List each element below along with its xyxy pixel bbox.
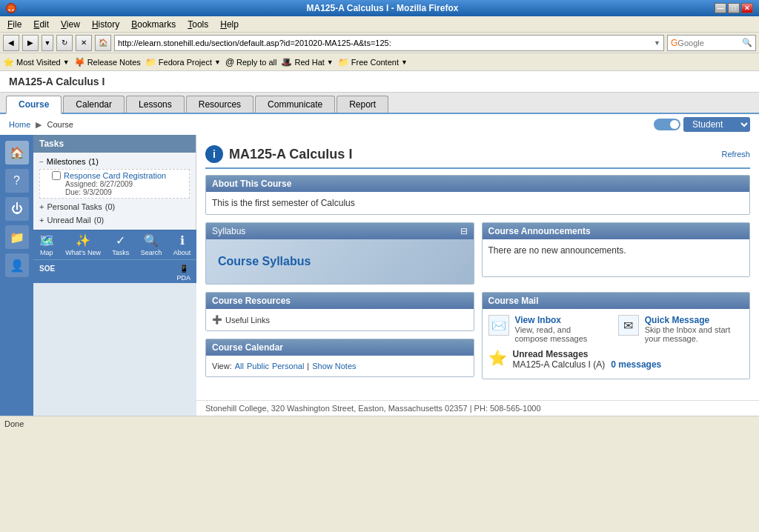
bookmark-red-hat[interactable]: 🎩 Red Hat ▼ [281,57,333,67]
student-dropdown[interactable]: Student [683,117,750,132]
task-link-response-card[interactable]: Response Card Registration [64,171,166,180]
reply-all-icon: @ [225,57,234,67]
map-button[interactable]: 🗺️ Map [39,233,54,256]
left-sidebar: 🏠 ? ⏻ 📁 👤 [0,135,33,416]
milestones-section: − Milestones (1) Response Card Registrat… [33,153,196,230]
soe-button[interactable]: SOE [39,262,55,282]
useful-links-item[interactable]: ➕ Useful Links [212,315,468,325]
red-hat-label: Red Hat [294,58,324,67]
search-input[interactable] [677,39,742,47]
milestones-toggle[interactable]: − [39,158,44,166]
tab-report[interactable]: Report [337,96,388,113]
menu-edit[interactable]: Edit [29,18,53,31]
map-icon: 🗺️ [39,233,54,247]
about-button[interactable]: ℹ About [173,233,191,256]
two-col-bottom: Course Resources ➕ Useful Links Course [205,292,750,387]
tasks-button[interactable]: ✓ Tasks [112,233,129,256]
soe-label: SOE [39,265,55,273]
sidebar-home-icon[interactable]: 🏠 [5,141,29,164]
task-label[interactable]: Response Card Registration [52,171,186,180]
refresh-link[interactable]: Refresh [721,150,750,159]
search-bottom-button[interactable]: 🔍 Search [141,233,162,256]
toggle-circle [670,120,679,129]
forward-button[interactable]: ▶ [22,35,39,51]
most-visited-arrow: ▼ [63,59,70,66]
search-bottom-label: Search [141,249,162,256]
close-button[interactable]: ✕ [741,3,753,13]
back-button[interactable]: ◀ [3,35,19,51]
breadcrumb: Home ▶ Course [9,120,73,130]
personal-tasks-section[interactable]: + Personal Tasks (0) [39,200,190,213]
about-header: About This Course [206,176,749,192]
unread-course-name: MA125-A Calculus I (A) [513,359,606,370]
firefox-icon[interactable]: 🦊 [6,3,16,13]
about-body-text: This is the first semester of Calculus [212,198,355,208]
cal-all-link[interactable]: All [235,362,244,370]
breadcrumb-home[interactable]: Home [9,120,30,129]
view-toggle[interactable] [654,119,680,130]
pda-icon-sym: 📱 [179,265,188,273]
cal-separator: | [307,362,309,370]
student-selector: Student [654,117,750,132]
view-inbox-link[interactable]: View Inbox [515,315,561,325]
menu-history[interactable]: History [87,18,124,31]
bookmark-reply-all[interactable]: @ Reply to all [225,57,277,67]
window-controls[interactable]: — □ ✕ [715,3,753,13]
bottom-icon-bar: 🗺️ Map ✨ What's New ✓ Tasks 🔍 Search ℹ A… [33,230,196,259]
sidebar-folder-icon[interactable]: 📁 [5,225,29,249]
milestones-header[interactable]: − Milestones (1) [39,156,190,167]
inbox-icon-box: ✉️ [488,315,509,336]
breadcrumb-arrow: ▶ [36,120,42,129]
address-input[interactable] [118,39,654,47]
task-checkbox[interactable] [52,171,61,180]
menu-tools[interactable]: Tools [183,18,213,31]
quick-message-link[interactable]: Quick Message [645,315,709,325]
menu-bookmarks[interactable]: Bookmarks [127,18,180,31]
menu-help[interactable]: Help [216,18,243,31]
bookmark-free-content[interactable]: 📁 Free Content ▼ [338,57,408,67]
unread-mail-section[interactable]: + Unread Mail (0) [39,213,190,227]
task-assigned: Assigned: 8/27/2009 [52,180,186,188]
sidebar-user-icon[interactable]: 👤 [5,253,29,277]
restore-button[interactable]: □ [728,3,740,13]
search-button[interactable]: 🔍 [742,38,752,47]
cal-show-notes-link[interactable]: Show Notes [312,362,356,370]
menu-view[interactable]: View [56,18,84,31]
unread-header-text: Unread Messages [513,349,662,359]
menu-file[interactable]: File [3,18,26,31]
address-footer: Stonehill College, 320 Washington Street… [196,400,759,416]
whats-new-button[interactable]: ✨ What's New [65,233,101,256]
tasks-icon: ✓ [116,233,125,247]
sidebar-power-icon[interactable]: ⏻ [5,197,29,221]
bookmark-most-visited[interactable]: ⭐ Most Visited ▼ [3,57,70,67]
sidebar-help-icon[interactable]: ? [5,169,29,193]
address-dropdown[interactable]: ▼ [654,39,660,47]
bookmark-fedora[interactable]: 📁 Fedora Project ▼ [145,57,221,67]
tab-lessons[interactable]: Lessons [126,96,185,113]
home-button[interactable]: 🏠 [95,35,111,51]
calendar-body: View: All Public Personal | Show Notes [206,356,474,376]
stop-button[interactable]: ✕ [76,35,92,51]
cal-personal-link[interactable]: Personal [272,362,304,370]
reload-button[interactable]: ↻ [56,35,73,51]
bookmark-release-notes[interactable]: 🦊 Release Notes [74,57,141,67]
minimize-button[interactable]: — [715,3,726,13]
announcements-body: There are no new announcements. [483,239,750,262]
tab-calendar[interactable]: Calendar [63,96,125,113]
mail-header: Course Mail [483,293,750,309]
tab-course[interactable]: Course [6,96,62,114]
tab-resources[interactable]: Resources [186,96,253,113]
cal-public-link[interactable]: Public [247,362,269,370]
unread-count-link[interactable]: 0 messages [611,359,661,370]
syllabus-collapse-icon[interactable]: ⊟ [460,226,468,236]
resources-header: Course Resources [206,293,474,309]
pda-button[interactable]: 📱 PDA [176,262,190,282]
main-layout: 🏠 ? ⏻ 📁 👤 Tasks − Milestones (1) Respons… [0,135,759,416]
reply-all-label: Reply to all [236,58,276,67]
history-dropdown[interactable]: ▼ [42,35,53,51]
menu-bar: File Edit View History Bookmarks Tools H… [0,16,759,33]
course-syllabus-link[interactable]: Course Syllabus [218,255,311,268]
address-bar[interactable]: ▼ [114,35,664,51]
tab-communicate[interactable]: Communicate [255,96,335,113]
red-hat-icon: 🎩 [281,57,292,67]
